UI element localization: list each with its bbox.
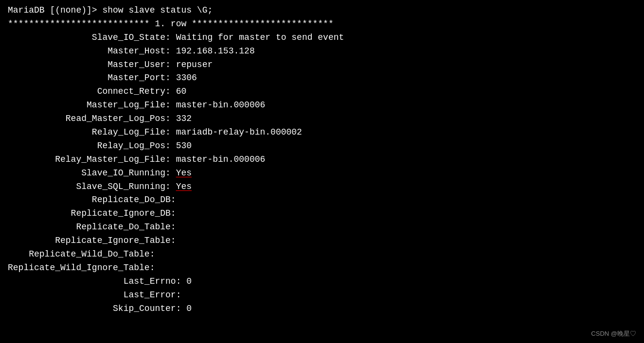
terminal-line-replicate-wild-do-table: Replicate_Wild_Do_Table:	[8, 248, 636, 261]
terminal-line-skip-counter: Skip_Counter: 0	[8, 302, 636, 316]
terminal-line-relay-log-pos: Relay_Log_Pos: 530	[8, 139, 636, 153]
terminal-line-row-sep: *************************** 1. row *****…	[8, 17, 636, 31]
terminal-line-last-error: Last_Error:	[8, 289, 636, 302]
terminal-line-replicate-ignore-db: Replicate_Ignore_DB:	[8, 207, 636, 221]
terminal-line-master-host: Master_Host: 192.168.153.128	[8, 45, 636, 58]
terminal-line-connect-retry: Connect_Retry: 60	[8, 85, 636, 99]
terminal-line-replicate-wild-ignore-table: Replicate_Wild_Ignore_Table:	[8, 261, 636, 275]
terminal-line-last-errno: Last_Errno: 0	[8, 275, 636, 289]
terminal-line-slave-sql-running: Slave_SQL_Running: Yes	[8, 180, 636, 194]
terminal-window: MariaDB [(none)]> show slave status \G;*…	[0, 0, 644, 343]
underline-value: Yes	[176, 182, 192, 191]
terminal-line-cmd: MariaDB [(none)]> show slave status \G;	[8, 4, 636, 17]
terminal-line-relay-master-log-file: Relay_Master_Log_File: master-bin.000006	[8, 153, 636, 167]
terminal-line-read-master-log-pos: Read_Master_Log_Pos: 332	[8, 112, 636, 126]
terminal-line-replicate-do-table: Replicate_Do_Table:	[8, 221, 636, 234]
terminal-line-replicate-do-db: Replicate_Do_DB:	[8, 193, 636, 207]
terminal-line-master-user: Master_User: repuser	[8, 58, 636, 72]
watermark: CSDN @晚星♡	[591, 329, 636, 338]
terminal-line-master-log-file: Master_Log_File: master-bin.000006	[8, 99, 636, 112]
terminal-line-slave-io-running: Slave_IO_Running: Yes	[8, 167, 636, 180]
terminal-line-slave-io-state: Slave_IO_State: Waiting for master to se…	[8, 31, 636, 45]
terminal-line-master-port: Master_Port: 3306	[8, 71, 636, 85]
underline-value: Yes	[176, 168, 192, 178]
terminal-line-replicate-ignore-table: Replicate_Ignore_Table:	[8, 234, 636, 248]
terminal-line-relay-log-file: Relay_Log_File: mariadb-relay-bin.000002	[8, 126, 636, 139]
